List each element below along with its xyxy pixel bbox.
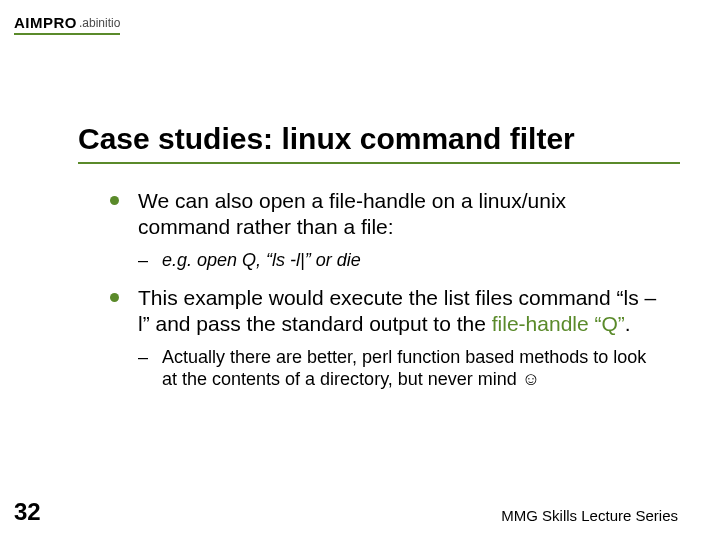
bullet-1-sub-1-text: e.g. open Q, “ls -l|” or die <box>162 250 361 270</box>
bullet-1-sub-1: e.g. open Q, “ls -l|” or die <box>138 249 660 272</box>
bullet-2: This example would execute the list file… <box>110 285 660 391</box>
bullet-2-run-accent: file-handle “Q” <box>492 312 625 335</box>
logo: AIMPRO .abinitio <box>14 14 120 35</box>
bullet-2-run-3: . <box>625 312 631 335</box>
logo-sub: .abinitio <box>79 16 120 30</box>
bullet-2-sub-1: Actually there are better, perl function… <box>138 346 660 391</box>
logo-brand: AIMPRO <box>14 14 77 31</box>
footer-text: MMG Skills Lecture Series <box>501 507 678 524</box>
bullet-1-text: We can also open a file-handle on a linu… <box>138 189 566 238</box>
slide-title: Case studies: linux command filter <box>78 122 680 164</box>
slide-body: We can also open a file-handle on a linu… <box>110 188 660 405</box>
bullet-2-sub-1-text: Actually there are better, perl function… <box>162 347 646 390</box>
bullet-1: We can also open a file-handle on a linu… <box>110 188 660 271</box>
page-number: 32 <box>14 498 41 526</box>
